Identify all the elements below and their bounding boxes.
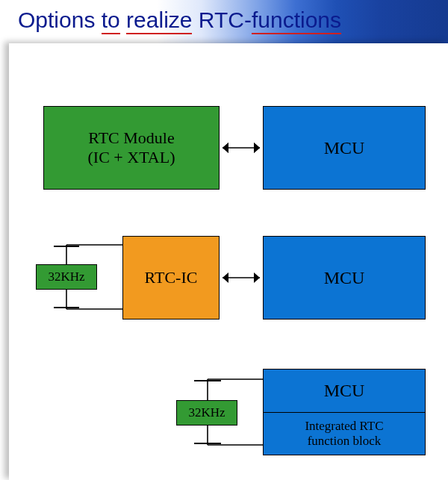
svg-marker-4	[223, 272, 228, 283]
title-word-misspell: realize	[126, 7, 192, 34]
option3-mcu-box: MCU	[263, 369, 426, 412]
box-label: 32KHz	[188, 405, 225, 420]
box-label: MCU	[324, 380, 365, 402]
option2-mcu-box: MCU	[263, 236, 426, 320]
option1-mcu-box: MCU	[263, 106, 426, 190]
slide: Options to realize RTC-functions RTC Mod…	[0, 0, 448, 480]
option1-arrow-icon	[223, 143, 260, 153]
title-word-misspell: to	[102, 7, 120, 34]
option2-crystal-box: 32KHz	[36, 264, 97, 290]
option3-integrated-rtc-box: Integrated RTC function block	[263, 412, 426, 455]
svg-marker-2	[254, 143, 260, 153]
diagram-canvas: RTC Module (IC + XTAL) MCU 32KHz RTC-IC …	[9, 43, 448, 480]
box-label: RTC-IC	[145, 268, 198, 287]
title-word-misspell: functions	[252, 7, 341, 34]
option3-crystal-box: 32KHz	[176, 400, 237, 426]
box-label: Integrated RTC function block	[305, 419, 383, 449]
box-label: 32KHz	[48, 269, 84, 284]
title-word	[120, 7, 126, 32]
svg-marker-5	[254, 272, 260, 283]
box-label: MCU	[324, 137, 365, 159]
box-label: MCU	[324, 267, 365, 289]
box-label: (IC + XTAL)	[88, 148, 175, 167]
option2-arrow-icon	[223, 272, 260, 283]
slide-title: Options to realize RTC-functions	[18, 7, 341, 33]
box-label: RTC Module	[88, 128, 174, 148]
svg-marker-1	[223, 143, 228, 153]
title-word: RTC-	[192, 7, 251, 32]
option1-rtc-module-box: RTC Module (IC + XTAL)	[43, 106, 220, 190]
title-word: Options	[18, 7, 102, 32]
option2-rtc-ic-box: RTC-IC	[122, 236, 220, 320]
